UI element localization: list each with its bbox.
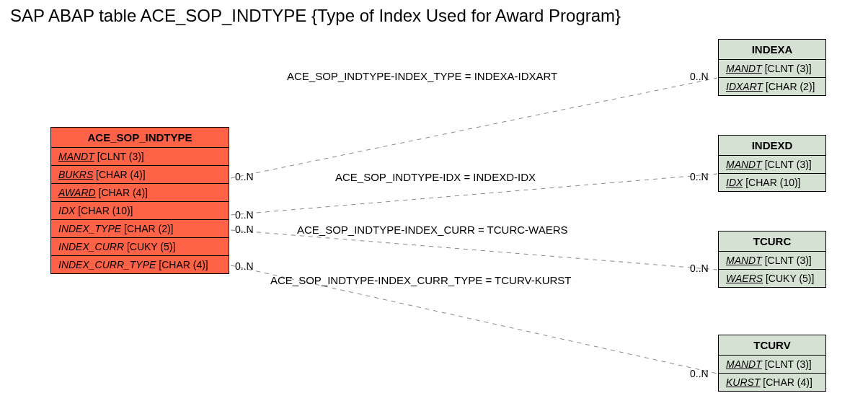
cardinality: 0..N bbox=[690, 368, 709, 379]
cardinality: 0..N bbox=[690, 171, 709, 182]
cardinality: 0..N bbox=[690, 263, 709, 274]
entity-indexd: INDEXD MANDT [CLNT (3)] IDX [CHAR (10)] bbox=[718, 135, 826, 192]
relation-label: ACE_SOP_INDTYPE-INDEX_CURR_TYPE = TCURV-… bbox=[270, 274, 571, 286]
entity-title: TCURC bbox=[719, 231, 825, 252]
cardinality: 0..N bbox=[235, 209, 254, 221]
entity-field: MANDT [CLNT (3)] bbox=[719, 252, 825, 270]
relation-label: ACE_SOP_INDTYPE-INDEX_CURR = TCURC-WAERS bbox=[297, 224, 567, 236]
entity-field: BUKRS [CHAR (4)] bbox=[51, 166, 229, 184]
relation-label: ACE_SOP_INDTYPE-INDEX_TYPE = INDEXA-IDXA… bbox=[287, 70, 557, 82]
entity-field: MANDT [CLNT (3)] bbox=[719, 356, 825, 374]
entity-tcurc: TCURC MANDT [CLNT (3)] WAERS [CUKY (5)] bbox=[718, 231, 826, 288]
entity-title: INDEXA bbox=[719, 40, 825, 60]
relation-label: ACE_SOP_INDTYPE-IDX = INDEXD-IDX bbox=[335, 171, 536, 183]
entity-ace-sop-indtype: ACE_SOP_INDTYPE MANDT [CLNT (3)] BUKRS [… bbox=[50, 127, 229, 274]
entity-title: INDEXD bbox=[719, 136, 825, 156]
entity-field: MANDT [CLNT (3)] bbox=[719, 156, 825, 174]
entity-title: ACE_SOP_INDTYPE bbox=[51, 128, 229, 148]
svg-line-2 bbox=[231, 230, 717, 270]
cardinality: 0..N bbox=[235, 171, 254, 182]
page-title: SAP ABAP table ACE_SOP_INDTYPE {Type of … bbox=[10, 6, 621, 26]
entity-field: INDEX_TYPE [CHAR (2)] bbox=[51, 220, 229, 238]
entity-field: WAERS [CUKY (5)] bbox=[719, 270, 825, 287]
entity-field: IDX [CHAR (10)] bbox=[51, 202, 229, 220]
cardinality: 0..N bbox=[235, 260, 254, 272]
entity-tcurv: TCURV MANDT [CLNT (3)] KURST [CHAR (4)] bbox=[718, 335, 826, 392]
entity-field: MANDT [CLNT (3)] bbox=[51, 148, 229, 166]
entity-field: MANDT [CLNT (3)] bbox=[719, 60, 825, 78]
entity-field: KURST [CHAR (4)] bbox=[719, 374, 825, 391]
entity-field: AWARD [CHAR (4)] bbox=[51, 184, 229, 202]
cardinality: 0..N bbox=[235, 224, 254, 235]
entity-title: TCURV bbox=[719, 335, 825, 356]
entity-field: IDX [CHAR (10)] bbox=[719, 174, 825, 191]
entity-field: INDEX_CURR [CUKY (5)] bbox=[51, 238, 229, 256]
entity-field: IDXART [CHAR (2)] bbox=[719, 78, 825, 95]
entity-indexa: INDEXA MANDT [CLNT (3)] IDXART [CHAR (2)… bbox=[718, 39, 826, 96]
cardinality: 0..N bbox=[690, 71, 709, 82]
entity-field: INDEX_CURR_TYPE [CHAR (4)] bbox=[51, 256, 229, 273]
svg-line-0 bbox=[231, 78, 717, 178]
